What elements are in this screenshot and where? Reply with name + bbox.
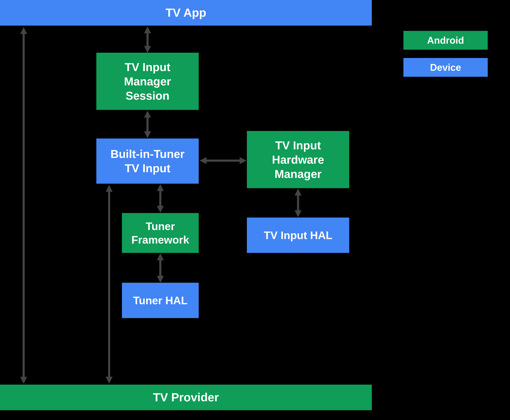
arrow-session-builtin <box>146 117 149 132</box>
tv-app-box: TV App <box>0 0 372 26</box>
arrowhead-down-icon <box>157 276 164 283</box>
arrowhead-down-icon <box>295 210 301 217</box>
tv-input-manager-session-label: TV Input Manager Session <box>124 60 171 103</box>
arrowhead-down-icon <box>106 377 112 383</box>
legend-android-box: Android <box>403 31 488 50</box>
arrow-builtin-tunerframework <box>159 190 161 206</box>
built-in-tuner-tv-input-label: Built-in-Tuner TV Input <box>111 147 185 175</box>
arrowhead-up-icon <box>144 111 151 118</box>
tv-input-hal-box: TV Input HAL <box>247 218 349 253</box>
arrow-builtin-tvprovider <box>108 191 110 377</box>
built-in-tuner-tv-input-box: Built-in-Tuner TV Input <box>96 138 199 184</box>
tv-input-hal-label: TV Input HAL <box>264 229 332 242</box>
tv-provider-label: TV Provider <box>153 390 219 405</box>
arrowhead-up-icon <box>144 26 151 33</box>
arrowhead-down-icon <box>144 46 151 53</box>
arrow-builtin-hwmanager <box>206 160 240 162</box>
arrowhead-up-icon <box>106 185 112 192</box>
arrowhead-down-icon <box>144 131 151 138</box>
legend-device-label: Device <box>430 62 461 73</box>
tuner-hal-box: Tuner HAL <box>122 283 199 318</box>
arrowhead-left-icon <box>200 157 207 164</box>
arrowhead-up-icon <box>157 184 164 191</box>
arrowhead-right-icon <box>240 157 247 164</box>
legend-android-label: Android <box>427 35 464 46</box>
tuner-framework-label: Tuner Framework <box>131 219 189 247</box>
tv-input-hardware-manager-label: TV Input Hardware Manager <box>272 138 324 181</box>
legend-device-box: Device <box>403 58 488 77</box>
tv-input-manager-session-box: TV Input Manager Session <box>96 53 199 110</box>
arrowhead-up-icon <box>20 27 27 34</box>
arrowhead-up-icon <box>295 189 301 195</box>
arrow-hwmanager-inputhal <box>297 195 299 211</box>
tv-input-hardware-manager-box: TV Input Hardware Manager <box>247 131 349 188</box>
tv-app-label: TV App <box>165 5 206 20</box>
arrow-tunerframework-tunerhal <box>159 260 161 276</box>
tuner-hal-label: Tuner HAL <box>133 294 188 307</box>
arrowhead-down-icon <box>20 377 27 384</box>
tuner-framework-box: Tuner Framework <box>122 213 199 253</box>
arrowhead-up-icon <box>157 253 164 260</box>
arrow-tvapp-tvprovider <box>22 33 25 377</box>
arrowhead-down-icon <box>157 206 164 213</box>
tv-provider-box: TV Provider <box>0 385 372 410</box>
arrow-tvapp-session <box>146 32 149 47</box>
